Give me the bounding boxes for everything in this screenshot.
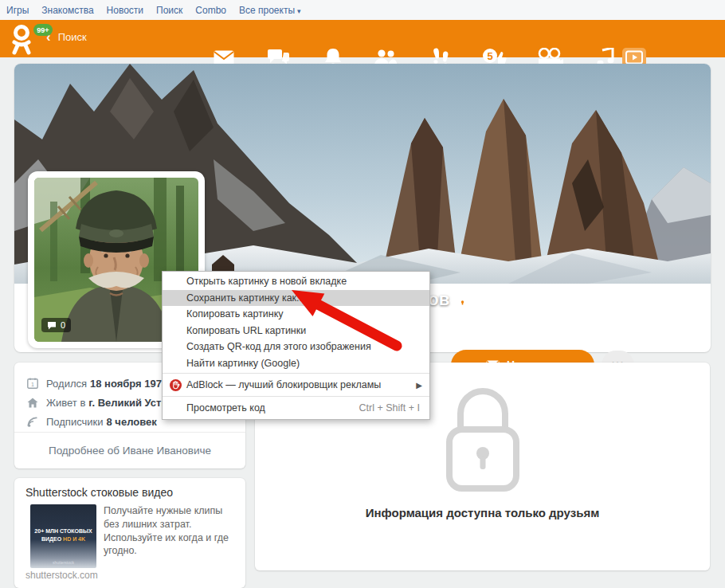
ad-title[interactable]: Shutterstock стоковые видео: [25, 486, 173, 499]
menu-item-copy-image-url[interactable]: Копировать URL картинки: [163, 323, 429, 339]
menu-item-create-qr-code[interactable]: Создать QR-код для этого изображения: [163, 339, 429, 355]
ratings-badge-number: 5: [487, 50, 492, 62]
back-to-search[interactable]: ‹ Поиск: [46, 31, 87, 43]
profile-details-link-row: Подробнее об Иване Ивановиче: [14, 432, 245, 468]
calendar-icon: 1: [27, 378, 38, 389]
site-header: 99+ ‹ Поиск 5: [0, 20, 725, 57]
menu-separator: [163, 373, 429, 374]
ad-thumb-text-line1: 20+ МЛН СТОКОВЫХ: [30, 528, 96, 534]
privacy-message: Информация доступна только друзьям: [255, 506, 710, 519]
ad-thumb-brand: shutterstock: [30, 560, 96, 565]
nav-link-news[interactable]: Новости: [107, 5, 143, 16]
menu-separator: [163, 396, 429, 397]
nav-link-all-projects[interactable]: Все проекты▾: [239, 5, 301, 16]
more-about-link[interactable]: Подробнее об Иване Ивановиче: [49, 445, 211, 457]
odnoklassniki-profile-page: Игры Знакомства Новости Поиск Combo Все …: [0, 0, 725, 588]
ad-body-text: Получайте нужные клипы без лишних затрат…: [104, 504, 241, 558]
browser-top-links-bar: Игры Знакомства Новости Поиск Combo Все …: [0, 0, 725, 20]
nav-link-games[interactable]: Игры: [6, 5, 29, 16]
ad-thumbnail[interactable]: 20+ МЛН СТОКОВЫХ ВИДЕО HD И 4K shutterst…: [30, 504, 96, 568]
rss-icon: [27, 417, 38, 427]
menu-item-save-image-as[interactable]: Сохранить картинку как...: [163, 290, 429, 307]
adblock-icon: [170, 379, 182, 391]
chevron-left-icon: ‹: [46, 32, 51, 42]
nav-link-combo[interactable]: Combo: [195, 5, 226, 16]
ad-domain[interactable]: shutterstock.com: [25, 570, 98, 581]
submenu-arrow-icon: ▶: [416, 381, 422, 390]
menu-item-adblock[interactable]: AdBlock — лучший блокировщик рекламы ▶: [163, 375, 429, 394]
chevron-down-icon: ▾: [297, 7, 301, 15]
ad-thumb-text-line2: ВИДЕО HD И 4K: [30, 536, 96, 542]
nav-link-dating[interactable]: Знакомства: [41, 5, 93, 16]
menu-item-open-image-new-tab[interactable]: Открыть картинку в новой вкладке: [163, 273, 429, 290]
avatar-comments-pill[interactable]: 0: [41, 318, 71, 332]
menu-item-inspect[interactable]: Просмотреть код Ctrl + Shift + I: [163, 398, 429, 417]
comment-bubble-icon: [47, 321, 57, 330]
home-icon: [27, 398, 38, 408]
nav-link-search[interactable]: Поиск: [156, 5, 182, 16]
menu-item-copy-image[interactable]: Копировать картинку: [163, 306, 429, 323]
svg-text:1: 1: [31, 382, 34, 387]
private-profile-lock-icon: [457, 292, 468, 308]
menu-item-search-image-google[interactable]: Найти картинку (Google): [163, 355, 429, 372]
inspect-shortcut: Ctrl + Shift + I: [359, 402, 420, 414]
comment-count: 0: [61, 320, 65, 330]
ad-card: Shutterstock стоковые видео 20+ МЛН СТОК…: [14, 478, 245, 588]
ok-logo[interactable]: 99+: [10, 23, 41, 55]
big-lock-icon: [433, 383, 532, 495]
browser-context-menu: Открыть картинку в новой вкладке Сохрани…: [162, 271, 430, 420]
